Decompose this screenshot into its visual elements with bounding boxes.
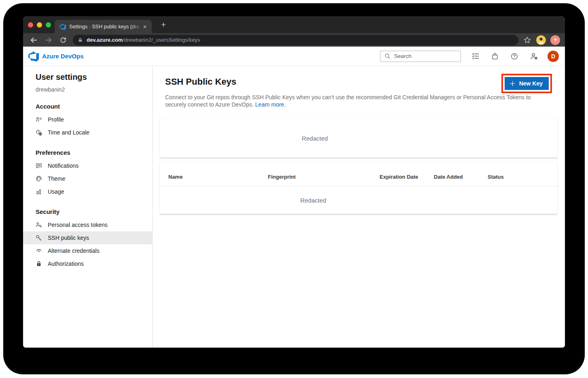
column-header-name: Name	[168, 174, 183, 180]
column-header-date-added: Date Added	[434, 174, 463, 180]
sidebar-item-label: Alternate credentials	[48, 248, 100, 254]
screenshot-canvas: Settings · SSH public keys (dre × + dev.…	[0, 0, 588, 378]
person-lines-icon	[36, 116, 42, 123]
person-key-icon	[36, 222, 42, 228]
section-account: Account	[36, 103, 152, 110]
help-icon[interactable]	[505, 47, 524, 66]
minimize-window-button[interactable]	[37, 22, 42, 28]
sidebar-item-time-locale[interactable]: Time and Locale	[23, 126, 152, 139]
url-host: dev.azure.com	[87, 37, 123, 43]
browser-tab[interactable]: Settings · SSH public keys (dre ×	[55, 20, 152, 33]
redacted-text: Redacted	[302, 135, 328, 141]
sidebar-item-profile[interactable]: Profile	[23, 113, 152, 126]
sidebar-item-label: Time and Locale	[48, 129, 89, 136]
redacted-text: Redacted	[300, 196, 326, 203]
browser-toolbar: dev.azure.com/drewbanin2/_usersSettings/…	[23, 33, 565, 47]
key-icon	[36, 235, 42, 241]
azure-devops-favicon	[59, 23, 66, 30]
lock-icon	[36, 261, 42, 267]
sidebar-item-label: Personal access tokens	[48, 222, 108, 228]
sidebar-item-authorizations[interactable]: Authorizations	[23, 257, 152, 270]
close-window-button[interactable]	[28, 22, 33, 28]
tab-title: Settings · SSH public keys (dre	[69, 24, 141, 30]
page-description: Connect to your Git repos through SSH Pu…	[165, 94, 552, 108]
search-icon	[384, 53, 391, 59]
palette-icon	[36, 175, 42, 182]
sidebar-item-theme[interactable]: Theme	[23, 172, 152, 185]
keys-table-card: Name Fingerprint Expiration Date Date Ad…	[160, 162, 557, 214]
person-photo-icon	[536, 35, 546, 45]
bar-chart-icon	[36, 188, 42, 195]
search-input[interactable]	[394, 53, 456, 59]
browser-tabstrip: Settings · SSH public keys (dre × +	[23, 16, 565, 33]
traffic-lights	[28, 22, 51, 28]
user-avatar[interactable]: D	[548, 51, 559, 62]
tasklist-icon[interactable]	[466, 47, 485, 66]
sidebar-item-label: Usage	[48, 188, 64, 195]
url-bar[interactable]: dev.azure.com/drewbanin2/_usersSettings/…	[73, 35, 518, 45]
sidebar-item-usage[interactable]: Usage	[23, 185, 152, 198]
new-tab-button[interactable]: +	[158, 19, 169, 30]
sidebar-title: User settings	[36, 73, 152, 82]
user-settings-icon[interactable]	[524, 47, 543, 66]
new-key-button[interactable]: New Key	[505, 77, 549, 90]
column-header-status: Status	[488, 174, 504, 180]
marketplace-bag-icon[interactable]	[485, 47, 505, 66]
browser-window: Settings · SSH public keys (dre × + dev.…	[23, 16, 565, 348]
settings-sidebar: User settings drewbanin2 Account Profile…	[23, 66, 153, 348]
sidebar-item-label: Profile	[48, 116, 64, 123]
column-header-expiration-date: Expiration Date	[380, 174, 418, 180]
column-header-fingerprint: Fingerprint	[268, 174, 296, 180]
product-name[interactable]: Azure DevOps	[42, 53, 84, 60]
browser-profile-avatar[interactable]	[536, 35, 546, 45]
azure-devops-logo[interactable]	[28, 51, 39, 62]
bookmark-star-icon[interactable]	[523, 36, 531, 44]
lock-icon	[78, 37, 83, 43]
main-panel: SSH Public Keys New Key Connect to your …	[153, 66, 565, 348]
sidebar-item-alternate-credentials[interactable]: Alternate credentials	[23, 244, 152, 257]
search-box[interactable]	[380, 51, 461, 62]
new-key-label: New Key	[519, 80, 543, 87]
sidebar-item-label: Notifications	[48, 162, 79, 169]
forward-icon[interactable]	[45, 36, 53, 44]
plus-icon	[509, 81, 516, 87]
description-text: Connect to your Git repos through SSH Pu…	[165, 94, 531, 108]
reload-icon[interactable]	[59, 36, 67, 44]
learn-more-link[interactable]: Learn more.	[255, 101, 286, 108]
table-header-row: Name Fingerprint Expiration Date Date Ad…	[160, 162, 557, 186]
eye-icon	[36, 248, 42, 254]
browser-update-button[interactable]	[550, 35, 560, 45]
top-header: Azure DevOps D	[23, 47, 565, 66]
close-tab-icon[interactable]: ×	[141, 23, 149, 30]
up-arrow-icon	[553, 37, 558, 43]
maximize-window-button[interactable]	[46, 22, 51, 28]
page-title: SSH Public Keys	[165, 77, 557, 87]
section-preferences: Preferences	[36, 149, 152, 156]
comment-icon	[36, 162, 42, 169]
page-content: User settings drewbanin2 Account Profile…	[23, 66, 565, 348]
sidebar-item-notifications[interactable]: Notifications	[23, 159, 152, 172]
annotation-highlight: New Key	[501, 74, 552, 93]
sidebar-username: drewbanin2	[36, 86, 152, 93]
table-row: Redacted	[160, 186, 557, 214]
clock-globe-icon	[36, 129, 42, 136]
section-security: Security	[36, 208, 152, 215]
sidebar-item-personal-access-tokens[interactable]: Personal access tokens	[23, 218, 152, 231]
back-icon[interactable]	[30, 36, 38, 44]
sidebar-item-label: Theme	[48, 175, 66, 182]
sidebar-item-label: SSH public keys	[48, 235, 89, 241]
url-path: /drewbanin2/_usersSettings/keys	[123, 37, 200, 43]
sidebar-item-label: Authorizations	[48, 261, 84, 267]
azure-devops-page: Azure DevOps D	[23, 47, 565, 348]
redacted-card: Redacted	[160, 118, 557, 158]
sidebar-item-ssh-public-keys[interactable]: SSH public keys	[23, 231, 152, 244]
